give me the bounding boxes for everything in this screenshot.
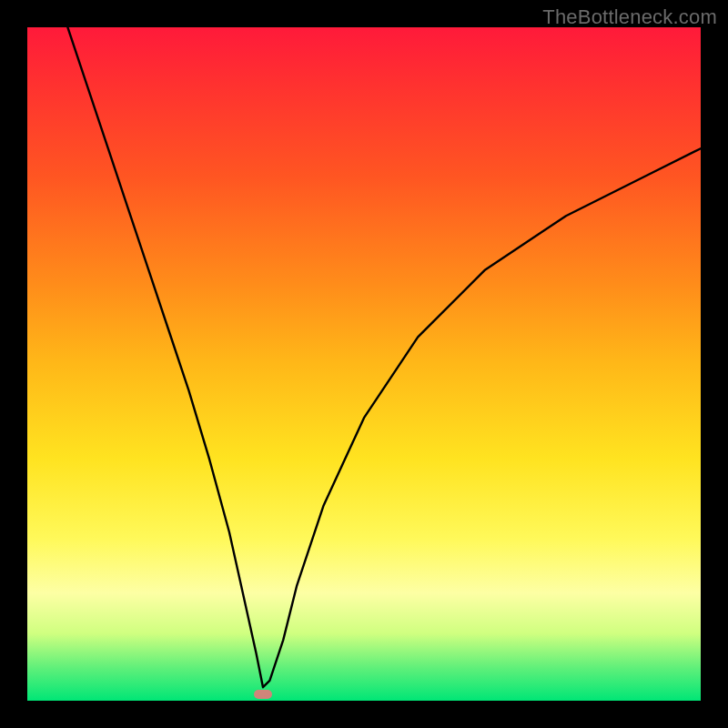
watermark-text: TheBottleneck.com (542, 5, 717, 29)
line-series (27, 27, 701, 701)
bottleneck-curve-path (67, 27, 701, 687)
min-marker (254, 690, 272, 699)
chart-frame: TheBottleneck.com (0, 0, 728, 728)
plot-area (27, 27, 701, 701)
